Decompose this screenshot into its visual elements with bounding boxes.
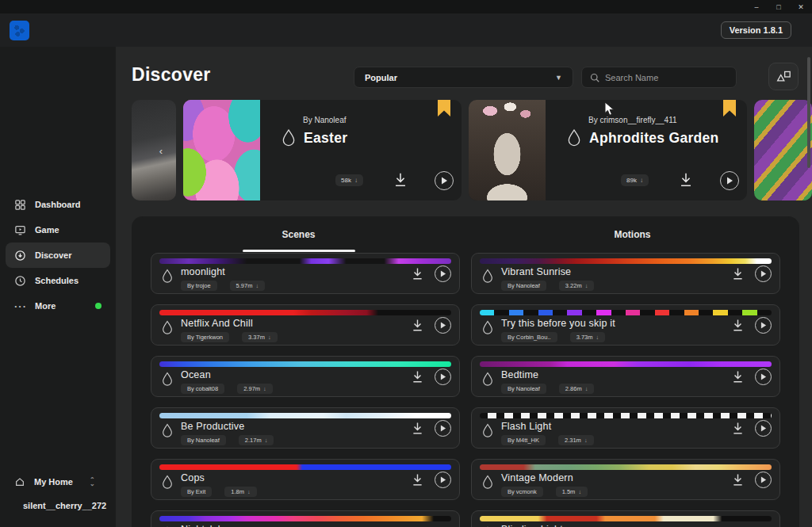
scene-card[interactable]: Blinding Lights: [471, 510, 780, 527]
user-account[interactable]: silent__cherry__272: [0, 494, 116, 517]
download-arrow: ↓: [640, 177, 643, 184]
featured-image-aphrodites: [469, 100, 546, 200]
play-button[interactable]: [755, 317, 772, 334]
home-icon: [14, 476, 25, 487]
play-icon: [440, 322, 446, 329]
play-icon: [760, 322, 767, 329]
featured-card-previous[interactable]: ‹: [132, 100, 176, 200]
droplet-icon: [481, 269, 494, 284]
scene-author-badge: By Tigerkwon: [181, 332, 229, 342]
scene-title: Bedtime: [501, 369, 594, 380]
download-icon[interactable]: [392, 171, 409, 189]
download-icon[interactable]: [410, 318, 425, 333]
scrollbar[interactable]: [807, 57, 810, 168]
play-button[interactable]: [435, 369, 451, 385]
scene-gradient-bar: [480, 258, 772, 264]
scene-card[interactable]: Be Productive By Nanoleaf 2.17m↓: [151, 407, 460, 449]
sidebar: Dashboard Game Discover Schedules ··· Mo…: [0, 47, 116, 527]
main-content: Discover Popular ▼ ‹ By Nanoleaf: [116, 47, 812, 527]
scene-downloads-badge: 1.8m↓: [224, 487, 256, 497]
play-button[interactable]: [755, 472, 772, 488]
scene-card[interactable]: Vintage Modern By vcmonk 1.5m↓: [471, 459, 780, 500]
download-icon[interactable]: [410, 421, 425, 436]
scene-card[interactable]: Nightclub: [151, 510, 460, 527]
play-button[interactable]: [435, 317, 451, 334]
download-arrow: ↓: [354, 177, 358, 184]
tab-scenes[interactable]: Scenes: [132, 216, 465, 252]
version-badge[interactable]: Version 1.8.1: [721, 21, 791, 39]
sidebar-item-game[interactable]: Game: [6, 217, 110, 242]
search-box[interactable]: [581, 67, 737, 88]
download-icon[interactable]: [730, 421, 745, 436]
scene-gradient-bar: [480, 464, 772, 470]
scene-card[interactable]: Netflix And Chill By Tigerkwon 3.37m↓: [151, 304, 460, 346]
shapes-icon: [776, 70, 791, 84]
scene-card[interactable]: moonlight By trojoe 5.97m↓: [151, 253, 460, 294]
play-button[interactable]: [755, 265, 772, 282]
scene-downloads-badge: 2.97m↓: [237, 384, 273, 394]
minimize-button[interactable]: –: [745, 0, 768, 13]
home-label: My Home: [34, 477, 73, 487]
play-icon: [760, 476, 767, 483]
scene-card[interactable]: Try this before you skip it By Corbin_Bo…: [471, 304, 780, 346]
scene-author-badge: By Exit: [181, 487, 212, 497]
download-icon[interactable]: [730, 472, 745, 487]
sort-dropdown[interactable]: Popular ▼: [354, 67, 573, 88]
download-icon[interactable]: [410, 266, 425, 281]
close-button[interactable]: ✕: [790, 0, 812, 13]
scene-card[interactable]: Flash Light By M4tt_HK 2.31m↓: [471, 407, 780, 449]
scene-title: Be Productive: [181, 421, 274, 432]
play-button[interactable]: [720, 171, 739, 190]
sidebar-item-label: Schedules: [35, 276, 79, 285]
download-icon[interactable]: [730, 266, 745, 281]
featured-card-next[interactable]: [754, 100, 812, 200]
home-selector[interactable]: My Home ⌃⌄: [0, 470, 116, 494]
scene-downloads-badge: 1.5m↓: [556, 487, 588, 497]
droplet-icon: [481, 372, 494, 387]
scene-card[interactable]: Ocean By cobalt08 2.97m↓: [151, 356, 460, 397]
scene-downloads-badge: 3.22m↓: [559, 281, 595, 291]
bookmark-ribbon-icon[interactable]: [723, 100, 736, 116]
featured-author: By crimson__firefly__411: [588, 116, 677, 124]
scene-downloads-badge: 3.37m↓: [242, 332, 278, 342]
download-icon[interactable]: [410, 369, 425, 384]
device-filter-button[interactable]: [768, 63, 799, 90]
download-icon[interactable]: [730, 318, 745, 333]
play-button[interactable]: [435, 420, 451, 437]
bookmark-ribbon-icon[interactable]: [438, 100, 450, 116]
active-tab-underline: [243, 250, 355, 252]
scene-card[interactable]: Cops By Exit 1.8m↓: [151, 459, 460, 500]
scene-downloads-badge: 5.97m↓: [230, 281, 266, 291]
play-button[interactable]: [435, 171, 454, 190]
play-button[interactable]: [435, 265, 451, 282]
nanoleaf-logo[interactable]: [10, 21, 29, 40]
scene-author-badge: By trojoe: [181, 281, 217, 291]
scene-card[interactable]: Bedtime By Nanoleaf 2.86m↓: [471, 356, 780, 397]
play-button[interactable]: [755, 369, 772, 385]
play-button[interactable]: [755, 420, 772, 437]
search-input[interactable]: [605, 73, 728, 82]
sidebar-item-schedules[interactable]: Schedules: [6, 268, 110, 293]
sidebar-footer: My Home ⌃⌄ silent__cherry__272: [0, 470, 116, 517]
featured-author: By Nanoleaf: [303, 116, 346, 124]
sidebar-item-dashboard[interactable]: Dashboard: [6, 192, 110, 217]
chevron-down-icon: ▼: [555, 74, 562, 82]
download-icon[interactable]: [730, 369, 745, 384]
maximize-button[interactable]: □: [768, 0, 790, 13]
selector-icon: ⌃⌄: [90, 478, 95, 486]
featured-card[interactable]: By crimson__firefly__411 Aphrodites Gard…: [469, 100, 747, 200]
sidebar-item-more[interactable]: ··· More: [6, 293, 110, 319]
droplet-icon: [481, 320, 494, 335]
scene-card[interactable]: Vibrant Sunrise By Nanoleaf 3.22m↓: [471, 253, 780, 294]
download-icon[interactable]: [410, 472, 425, 487]
download-icon[interactable]: [677, 171, 695, 189]
sidebar-item-discover[interactable]: Discover: [6, 242, 110, 268]
chevron-left-icon[interactable]: ‹: [159, 145, 163, 157]
play-button[interactable]: [435, 472, 451, 488]
droplet-icon: [161, 372, 174, 387]
tab-bar: Scenes Motions: [132, 216, 799, 252]
tab-motions[interactable]: Motions: [465, 216, 799, 252]
featured-card[interactable]: By Nanoleaf Easter 58k↓: [183, 100, 462, 200]
scene-downloads-badge: 2.86m↓: [559, 384, 595, 394]
scene-title: Try this before you skip it: [501, 318, 615, 329]
